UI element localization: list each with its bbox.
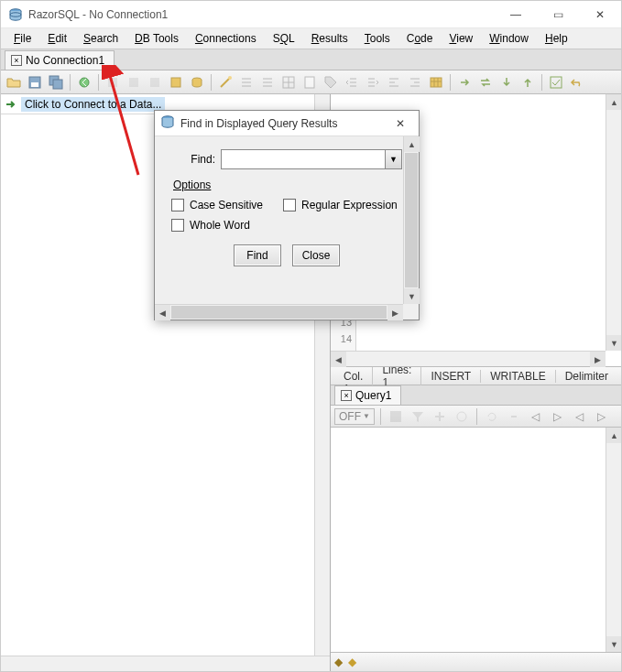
menu-help[interactable]: Help (538, 30, 575, 47)
arrow-down-icon[interactable] (497, 73, 516, 92)
close-icon[interactable]: × (11, 55, 22, 66)
dialog-close-button[interactable]: ✕ (382, 110, 419, 137)
dialog-titlebar[interactable]: Find in Displayed Query Results ✕ (155, 111, 419, 136)
save-icon[interactable] (26, 73, 44, 92)
whole-word-label: Whole Word (190, 219, 250, 232)
menu-view[interactable]: View (442, 30, 480, 47)
editor-statusbar: ... 1 Col. 1 Lines: 1 INSERT WRITABLE De… (331, 367, 621, 385)
close-button[interactable]: ✕ (579, 1, 621, 28)
dialog-title: Find in Displayed Query Results (180, 117, 382, 130)
query-refresh-icon[interactable] (483, 407, 501, 426)
indent-left-icon[interactable] (343, 73, 361, 92)
menu-tools[interactable]: Tools (357, 30, 398, 47)
editor-hscroll[interactable]: ◀ ▶ (331, 351, 606, 366)
checkbox-icon (283, 199, 296, 211)
query-tab[interactable]: × Query1 (334, 385, 401, 405)
menu-search[interactable]: Search (76, 30, 125, 47)
query-results-area: ▲ ▼ (331, 428, 621, 653)
scroll-up-icon[interactable]: ▲ (404, 136, 420, 152)
scroll-left-icon[interactable]: ◀ (155, 305, 170, 320)
svg-rect-8 (129, 78, 138, 87)
query-filter-icon[interactable] (409, 407, 427, 426)
dialog-hscroll[interactable]: ◀ ▶ (155, 304, 403, 320)
query-tabstrip: × Query1 (331, 385, 621, 406)
tool-icon-3[interactable] (146, 73, 164, 92)
close-dialog-button[interactable]: Close (292, 244, 340, 266)
query-tab-label: Query1 (355, 389, 391, 402)
menu-results[interactable]: Results (304, 30, 355, 47)
grid-icon[interactable] (279, 73, 298, 92)
query-nav4-icon[interactable]: ▷ (593, 407, 611, 426)
scroll-right-icon[interactable]: ▶ (590, 352, 606, 367)
connect-arrow-icon (5, 98, 17, 111)
folder-open-icon[interactable] (5, 73, 23, 92)
query-plus-icon[interactable] (431, 407, 449, 426)
main-tab[interactable]: × No Connection1 (5, 50, 115, 70)
doc-icon[interactable] (300, 73, 319, 92)
align-icon-1[interactable] (385, 73, 403, 92)
undo-icon[interactable] (568, 73, 586, 92)
indent-right-icon[interactable] (364, 73, 382, 92)
dialog-vscroll[interactable]: ▲ ▼ (403, 136, 419, 304)
list-icon-2[interactable] (258, 73, 277, 92)
align-icon-2[interactable] (406, 73, 424, 92)
scroll-left-icon[interactable]: ◀ (331, 352, 346, 367)
arrow-swap-icon[interactable] (476, 73, 495, 92)
menu-file[interactable]: File (6, 30, 38, 47)
tag-icon[interactable] (322, 73, 340, 92)
off-toggle[interactable]: OFF▼ (334, 408, 375, 425)
scroll-down-icon[interactable]: ▼ (404, 288, 420, 304)
query-save-icon[interactable] (387, 407, 405, 426)
query-minus-icon[interactable] (453, 407, 471, 426)
scroll-up-icon[interactable]: ▲ (606, 94, 622, 110)
menu-edit[interactable]: Edit (40, 30, 74, 47)
connect-link[interactable]: Click to Connect to a Data... (21, 97, 165, 112)
scroll-up-icon[interactable]: ▲ (606, 428, 622, 443)
close-icon[interactable]: × (341, 390, 352, 401)
save-all-icon[interactable] (47, 73, 65, 92)
wand-icon[interactable] (216, 73, 235, 92)
query-link-icon[interactable] (505, 407, 523, 426)
maximize-button[interactable]: ▭ (537, 1, 579, 28)
list-icon-1[interactable] (237, 73, 256, 92)
editor-vscroll[interactable]: ▲ ▼ (606, 94, 621, 351)
scroll-down-icon[interactable]: ▼ (606, 636, 622, 652)
case-sensitive-checkbox[interactable]: Case Sensitive (171, 199, 263, 211)
menu-window[interactable]: Window (482, 30, 536, 47)
find-button[interactable]: Find (234, 244, 281, 266)
tool-icon-1[interactable] (104, 73, 122, 92)
menu-connections[interactable]: Connections (188, 30, 264, 47)
query-footer-dot-icon: ◆ (334, 656, 343, 668)
menu-code[interactable]: Code (399, 30, 441, 47)
scroll-right-icon[interactable]: ▶ (387, 305, 403, 320)
minimize-button[interactable]: — (495, 1, 537, 28)
scroll-down-icon[interactable]: ▼ (606, 335, 622, 351)
whole-word-checkbox[interactable]: Whole Word (171, 219, 250, 232)
main-toolbar (1, 70, 621, 94)
query-vscroll[interactable]: ▲ ▼ (606, 428, 621, 652)
checkbox-icon (171, 199, 184, 211)
connect-icon[interactable] (75, 73, 93, 92)
tool-icon-2[interactable] (125, 73, 143, 92)
tree-hscroll[interactable] (1, 656, 330, 671)
arrow-up-icon[interactable] (518, 73, 537, 92)
query-nav1-icon[interactable]: ◁ (527, 407, 545, 426)
chevron-down-icon[interactable]: ▼ (385, 150, 401, 168)
menu-dbtools[interactable]: DB Tools (127, 30, 186, 47)
find-input[interactable]: ▼ (221, 149, 402, 169)
tool-icon-4[interactable] (167, 73, 185, 92)
db-icon[interactable] (188, 73, 206, 92)
check-icon[interactable] (547, 73, 565, 92)
query-nav3-icon[interactable]: ◁ (571, 407, 589, 426)
svg-point-6 (80, 78, 89, 87)
find-dialog: Find in Displayed Query Results ✕ Find: … (154, 110, 420, 320)
dialog-body: Find: ▼ Options Case Sensitive Regular E… (155, 136, 419, 320)
svg-rect-7 (108, 78, 117, 87)
arrow-right-icon[interactable] (455, 73, 474, 92)
find-label: Find: (171, 153, 215, 166)
query-toolbar: OFF▼ ◁ ▷ ◁ ▷ (331, 406, 621, 428)
menu-sql[interactable]: SQL (266, 30, 302, 47)
regex-checkbox[interactable]: Regular Expression (283, 199, 398, 211)
table-icon[interactable] (427, 73, 445, 92)
query-nav2-icon[interactable]: ▷ (549, 407, 567, 426)
